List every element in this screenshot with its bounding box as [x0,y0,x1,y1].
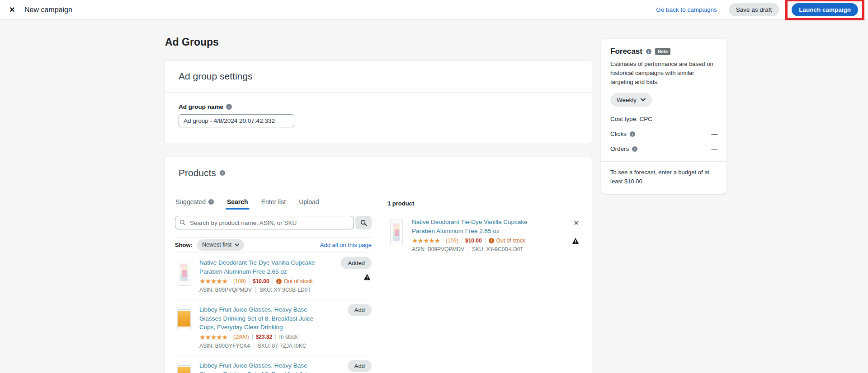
rating-count: (109) [446,238,458,244]
info-icon[interactable] [646,49,651,54]
product-title-link[interactable]: Native Deodorant Tie-Dye Vanilla Cupcake… [412,218,540,235]
divider [254,343,254,349]
save-draft-button[interactable]: Save as draft [729,3,779,16]
alert-icon [489,238,494,243]
ad-group-settings-title: Ad group settings [179,71,252,82]
warning-icon [363,274,371,280]
launch-campaign-button[interactable]: Launch campaign [792,3,858,16]
product-image [175,361,193,373]
forecast-panel: Forecast Beta Estimates of performance a… [601,39,726,194]
deodorant-image [178,260,190,286]
remove-product-icon[interactable] [573,219,579,226]
tab-suggested[interactable]: Suggested [175,197,214,210]
annotation-highlight-box: Launch campaign [785,0,864,20]
warning-icon [572,238,579,244]
metric-label-row: Clicks [610,131,635,137]
orders-value: — [712,145,718,152]
ad-group-name-input[interactable] [179,114,294,127]
product-info: Libbey Fruit Juice Glasses, Heavy Base G… [199,305,372,349]
main-content: Ad Groups Ad group settings Ad group nam… [165,20,592,373]
selected-products-panel: 1 product Native Deodorant Tie-Dye Vanil… [379,189,592,373]
product-image [175,305,193,334]
forecast-body: Forecast Beta Estimates of performance a… [601,39,726,152]
product-rating-row: (2800) $23.82 In stock [199,334,328,340]
tab-upload[interactable]: Upload [298,197,319,210]
product-search-row [175,216,372,229]
product-rating-row: (109) $10.00 Out of stock [412,237,540,244]
product-price: $23.82 [256,334,273,340]
divider [462,238,462,243]
products-header: Products [165,157,592,189]
clicks-value: — [712,131,718,137]
deodorant-image [390,219,403,245]
product-info: Libbey Fruit Juice Glasses, Heavy Base G… [199,361,372,373]
sort-toolbar: Show: Newest first Add all on this page [175,237,372,252]
product-search-input[interactable] [175,216,354,229]
ad-group-settings-header: Ad group settings [165,61,592,93]
product-asin: ASIN: B09PVQPMDV [412,246,464,252]
sort-dropdown[interactable]: Newest first [197,239,244,251]
ad-groups-heading: Ad Groups [165,36,592,48]
cost-type-label: Cost type: CPC [610,116,717,122]
product-price: $10.00 [465,238,482,244]
star-rating-icon [199,334,232,340]
product-result-row: Native Deodorant Tie-Dye Vanilla Cupcake… [175,252,372,299]
add-button[interactable]: Add [348,304,372,316]
product-image [387,218,406,247]
star-rating-icon [412,237,444,244]
divider [252,334,253,340]
info-icon[interactable] [630,131,635,137]
divider [273,278,273,284]
product-image [175,258,193,287]
tab-search[interactable]: Search [226,197,249,210]
product-price: $10.00 [253,278,269,284]
ad-group-name-label: Ad group name [179,103,223,110]
product-result-row: Libbey Fruit Juice Glasses, Heavy Base G… [175,355,372,373]
selected-count: 1 product [387,200,580,207]
products-body: Suggested Search Enter list Upload [165,189,592,373]
divider [255,287,256,293]
forecast-metric-row: Orders — [610,145,717,152]
product-meta-row: ASIN: B09PVQPMDV SKU: XY-9C0B-LD0T [412,246,540,252]
added-button[interactable]: Added [341,257,372,269]
products-tabs: Suggested Search Enter list Upload [175,197,372,210]
product-title-link[interactable]: Libbey Fruit Juice Glasses, Heavy Base G… [199,361,328,373]
product-sku: SKU: XY-9C0B-LD0T [472,246,524,252]
add-button[interactable]: Add [348,360,372,372]
close-icon[interactable] [6,4,18,16]
search-submit-button[interactable] [355,216,372,229]
juice-glass-image [177,365,191,373]
product-title-link[interactable]: Native Deodorant Tie-Dye Vanilla Cupcake… [199,258,328,276]
product-title-link[interactable]: Libbey Fruit Juice Glasses, Heavy Base G… [199,305,328,332]
product-sku: SKU: XY-9C0B-LD0T [259,287,311,293]
info-icon[interactable] [632,146,637,152]
product-meta-row: ASIN: B00GYFYCK4 SKU: 87-7ZJA-I0KC [199,343,328,349]
products-card: Products Suggested Search Enter list [165,157,592,373]
orders-label: Orders [610,145,629,152]
forecast-title: Forecast [610,47,642,56]
divider [249,278,250,284]
tab-enter-list[interactable]: Enter list [261,197,286,210]
metric-label-row: Orders [610,145,637,152]
forecast-description: Estimates of performance are based on hi… [610,60,717,86]
products-search-column: Suggested Search Enter list Upload [165,189,379,373]
info-icon[interactable] [226,104,232,110]
product-asin: ASIN: B09PVQPMDV [199,287,252,293]
add-all-link[interactable]: Add all on this page [320,242,372,248]
product-meta-row: ASIN: B09PVQPMDV SKU: XY-9C0B-LD0T [199,287,328,293]
chevron-down-icon [641,98,646,102]
juice-glass-image [177,309,191,330]
forecast-period-dropdown[interactable]: Weekly [610,93,652,107]
beta-badge: Beta [655,48,670,55]
rating-count: (2800) [233,334,249,340]
divider [485,238,486,243]
go-back-link[interactable]: Go back to campaigns [656,6,717,13]
divider [468,247,468,252]
products-title: Products [179,168,216,178]
info-icon[interactable] [220,170,225,176]
divider [275,334,276,340]
forecast-footnote: To see a forecast, enter a budget of at … [601,161,726,194]
info-icon[interactable] [208,199,214,205]
ad-group-settings-body: Ad group name [165,93,592,144]
stock-status: Out of stock [276,278,313,284]
